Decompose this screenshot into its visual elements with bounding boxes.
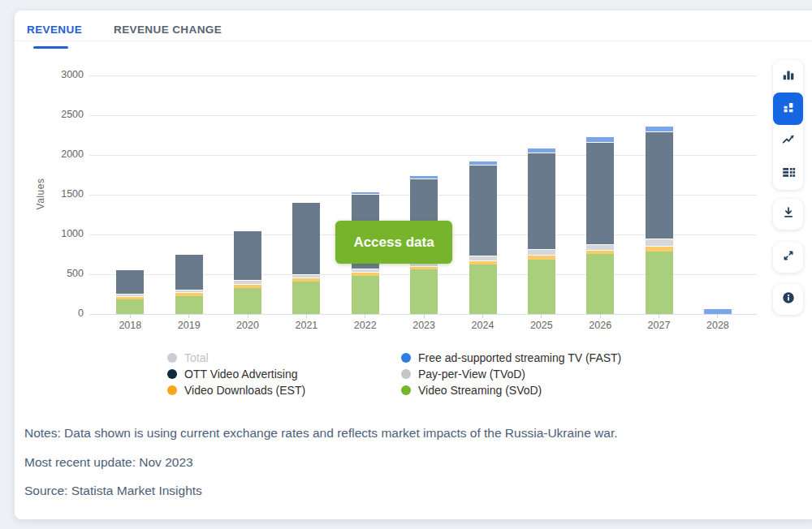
line-chart-icon [781, 132, 796, 150]
bar-segment[interactable] [528, 249, 555, 255]
stacked-column-chart-icon [781, 100, 796, 118]
x-tick [600, 314, 601, 318]
bar-segment[interactable] [410, 269, 438, 314]
legend-dot [167, 385, 177, 395]
tab-revenue[interactable]: REVENUE [27, 24, 82, 36]
line-chart-button[interactable] [773, 125, 803, 157]
bar-2025[interactable] [528, 148, 555, 314]
x-tick-label: 2020 [223, 320, 272, 331]
source-text: Source: Statista Market Insights [24, 484, 202, 498]
x-tick [424, 314, 425, 318]
stacked-column-chart-button[interactable] [773, 92, 803, 125]
legend-label: Free ad-supported streaming TV (FAST) [418, 351, 621, 364]
legend-label: Total [184, 351, 209, 364]
info-icon [781, 290, 796, 308]
bar-segment[interactable] [116, 269, 144, 294]
download-button[interactable] [773, 199, 803, 230]
x-tick [130, 314, 131, 318]
legend-item-total[interactable]: Total [167, 350, 209, 366]
legend-label: OTT Video Advertising [184, 368, 298, 381]
statista-chart-widget: REVENUEREVENUE CHANGE Values 05001000150… [0, 0, 812, 529]
bar-2018[interactable] [116, 269, 144, 314]
column-chart-button[interactable] [773, 60, 803, 92]
bar-segment[interactable] [646, 239, 673, 246]
legend-dot [401, 385, 411, 395]
column-chart-icon [781, 67, 796, 85]
legend-item-video-streaming-svod-[interactable]: Video Streaming (SVoD) [401, 382, 542, 398]
bar-segment[interactable] [292, 202, 320, 274]
fullscreen-button[interactable] [773, 242, 803, 273]
gridline-2500 [89, 115, 757, 116]
legend-item-video-downloads-est-[interactable]: Video Downloads (EST) [167, 382, 305, 398]
legend-dot [167, 369, 177, 379]
x-tick-label: 2023 [400, 320, 448, 331]
legend-dot [401, 369, 411, 379]
update-text: Most recent update: Nov 2023 [24, 455, 193, 470]
x-tick [659, 314, 659, 318]
y-tick-label: 0 [32, 308, 84, 319]
bar-2020[interactable] [234, 230, 261, 314]
bar-segment[interactable] [528, 153, 555, 249]
x-tick-label: 2022 [341, 320, 390, 331]
bar-segment[interactable] [352, 276, 379, 314]
x-tick-label: 2026 [576, 320, 624, 331]
chart-type-switcher [773, 60, 803, 190]
y-tick-label: 3000 [32, 69, 84, 80]
tab-revenue-change[interactable]: REVENUE CHANGE [114, 24, 222, 36]
bar-2021[interactable] [292, 202, 320, 314]
legend-item-ott-video-advertising[interactable]: OTT Video Advertising [167, 366, 298, 382]
y-tick-label: 2000 [32, 148, 84, 160]
legend-item-free-ad-supported-streaming-tv-fast-[interactable]: Free ad-supported streaming TV (FAST) [401, 350, 621, 366]
access-data-button[interactable]: Access data [335, 221, 452, 264]
x-tick-label: 2021 [282, 320, 330, 331]
x-tick-label: 2028 [693, 320, 742, 331]
x-tick-label: 2018 [106, 320, 154, 331]
bar-segment[interactable] [528, 260, 555, 314]
fullscreen-icon [781, 248, 796, 266]
legend-dot [167, 353, 177, 363]
bar-segment[interactable] [646, 131, 673, 239]
x-tick [365, 314, 365, 318]
x-tick-label: 2019 [165, 320, 214, 331]
bar-segment[interactable] [646, 252, 673, 314]
download-icon [781, 205, 796, 223]
active-tab-underline [33, 46, 68, 49]
notes-text: Notes: Data shown is using current excha… [24, 426, 618, 441]
x-tick-label: 2027 [635, 320, 684, 331]
bar-2019[interactable] [175, 254, 203, 314]
legend-item-pay-per-view-tvod-[interactable]: Pay-per-View (TVoD) [401, 366, 525, 382]
y-tick-label: 2500 [32, 109, 84, 120]
x-tick [306, 314, 307, 318]
gridline-3000 [89, 75, 757, 76]
bar-segment[interactable] [175, 254, 203, 290]
table-view-button[interactable] [773, 157, 803, 190]
x-tick [541, 314, 542, 318]
y-tick-label: 1500 [32, 188, 84, 200]
bar-2027[interactable] [646, 126, 673, 314]
bar-segment[interactable] [234, 230, 261, 280]
table-view-icon [781, 165, 796, 183]
x-tick-label: 2025 [517, 320, 566, 331]
x-tick [248, 314, 248, 318]
legend-dot [401, 353, 411, 363]
bar-2026[interactable] [586, 136, 614, 314]
y-tick-label: 1000 [32, 228, 84, 239]
tab-bar-divider [15, 41, 812, 41]
bar-segment[interactable] [586, 142, 614, 244]
legend-label: Pay-per-View (TVoD) [418, 368, 525, 381]
y-tick-label: 500 [32, 268, 84, 279]
legend-label: Video Streaming (SVoD) [418, 384, 542, 397]
bar-segment[interactable] [469, 165, 497, 256]
x-tick [482, 314, 483, 318]
bar-2024[interactable] [469, 161, 497, 314]
bar-segment[interactable] [175, 296, 203, 315]
bar-segment[interactable] [116, 299, 144, 314]
bar-segment[interactable] [469, 264, 497, 314]
bar-segment[interactable] [646, 126, 673, 131]
info-button[interactable] [773, 284, 803, 315]
bar-segment[interactable] [586, 254, 614, 314]
x-tick-label: 2024 [459, 320, 508, 331]
bar-segment[interactable] [586, 244, 614, 250]
bar-segment[interactable] [234, 288, 261, 314]
bar-segment[interactable] [292, 282, 320, 314]
